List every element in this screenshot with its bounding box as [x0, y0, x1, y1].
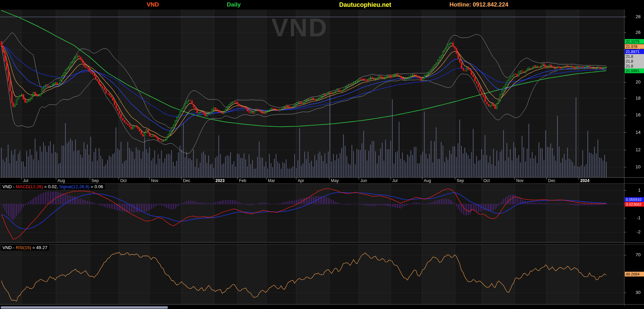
- x-axis-label: Jul: [23, 178, 28, 183]
- macd-value-badge: 0.023662: [625, 202, 644, 207]
- price-axis-border: [624, 10, 624, 306]
- x-axis-label: Dec: [548, 178, 555, 183]
- rsi-tick-label: 70: [623, 252, 641, 257]
- rsi-panel-title: VND - RSI(15) = 49.27: [1, 245, 49, 250]
- x-axis-label: Aug: [424, 178, 431, 183]
- x-axis-label: Nov: [151, 178, 158, 183]
- x-axis-label: Jul: [392, 178, 397, 183]
- macd-tick-label: -2: [623, 229, 641, 234]
- x-axis-label: Sep: [91, 178, 99, 183]
- chart-canvas[interactable]: [0, 0, 644, 309]
- macd-title-signal-value: = 0.06: [89, 184, 103, 189]
- header-symbol: VND: [147, 1, 159, 8]
- x-axis-label: Sep: [457, 178, 464, 183]
- macd-title-macd-label: MACD(12,26): [16, 184, 43, 189]
- x-axis-label: Feb: [239, 178, 246, 183]
- x-axis-label: Oct: [120, 178, 127, 183]
- macd-title-macd-value: = 0.02,: [43, 184, 59, 189]
- price-value-badge: 21.8971: [625, 49, 644, 54]
- x-axis-label: Aug: [58, 178, 65, 183]
- price-tick-label: 26: [623, 30, 641, 35]
- macd-title-signal-label: Signal(12,26,9): [59, 184, 89, 189]
- x-axis-label: Mar: [268, 178, 275, 183]
- rsi-title-value: = 49.27: [31, 245, 47, 250]
- panel-divider: [0, 177, 644, 178]
- header-interval: Daily: [227, 1, 241, 8]
- macd-tick-label: 1: [623, 188, 641, 193]
- x-axis-label: 2024: [580, 178, 590, 183]
- x-axis-label: Oct: [483, 178, 490, 183]
- price-tick-label: 14: [623, 130, 641, 135]
- x-axis-label: May: [331, 178, 339, 183]
- x-axis-label: Dec: [183, 178, 190, 183]
- watermark-text: VND: [271, 15, 328, 40]
- price-value-badge: 22.1075: [625, 39, 644, 44]
- scrollbar-track[interactable]: [0, 306, 644, 309]
- x-axis-label: Apr: [298, 178, 304, 183]
- price-tick-label: 12: [623, 147, 641, 152]
- macd-panel-title: VND - MACD(12,26) = 0.02, Signal(12,26,9…: [1, 184, 105, 190]
- price-value-badge: 21.8: [625, 54, 644, 59]
- header-brand: Dautucophieu.net: [339, 1, 391, 9]
- price-tick-label: 28: [623, 14, 641, 19]
- rsi-title-prefix: VND -: [2, 245, 16, 250]
- rsi-tick-label: 30: [623, 290, 641, 295]
- rsi-title-label: RSI(15): [16, 245, 31, 250]
- panel-divider: [0, 304, 644, 305]
- panel-divider: [0, 244, 644, 244]
- price-value-badge: 21.8: [625, 59, 644, 64]
- macd-title-prefix: VND -: [2, 184, 16, 189]
- x-axis-label: Jun: [360, 178, 367, 183]
- price-tick-label: 10: [623, 164, 641, 169]
- price-value-badge: 21.978: [625, 44, 644, 49]
- macd-value-badge: 0.055910: [625, 197, 644, 202]
- price-tick-label: 20: [623, 79, 641, 85]
- price-value-badge: 21.8: [625, 64, 644, 68]
- price-value-badge: 21.5991: [625, 68, 644, 73]
- x-axis-label: Nov: [516, 178, 523, 183]
- price-tick-label: 16: [623, 112, 641, 117]
- macd-tick-label: -1: [623, 215, 641, 220]
- header-hotline: Hotline: 0912.842.224: [449, 1, 508, 8]
- panel-divider: [0, 242, 644, 243]
- rsi-value-badge: 49.2684: [625, 272, 644, 276]
- header-bar: VND Daily Dautucophieu.net Hotline: 0912…: [0, 0, 644, 10]
- x-axis-label: 2023: [215, 178, 225, 183]
- price-tick-label: 18: [623, 95, 641, 101]
- scrollbar-thumb[interactable]: [1, 306, 168, 309]
